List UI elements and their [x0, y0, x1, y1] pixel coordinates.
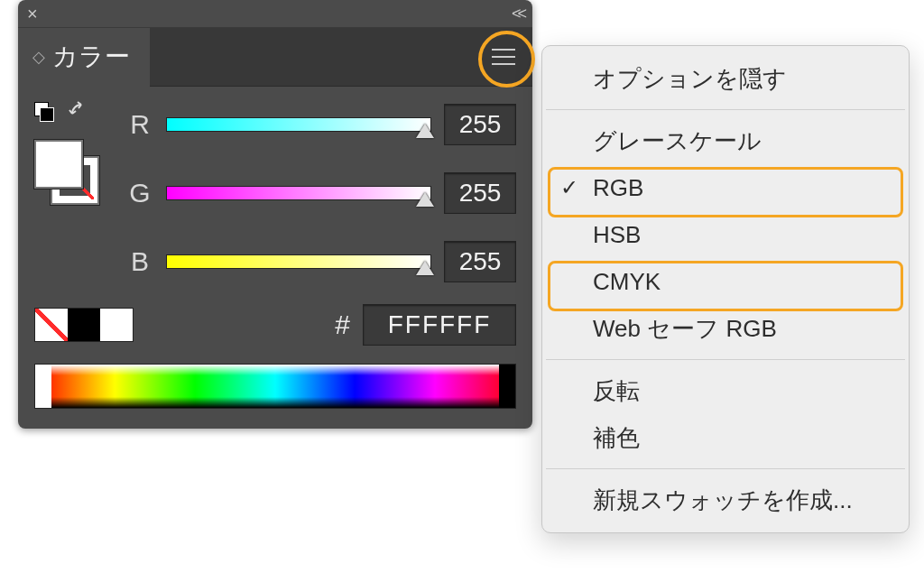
rgb-sliders: R 255 G 255 B: [126, 98, 516, 282]
menu-label: 反転: [593, 375, 640, 407]
swatch-white[interactable]: [100, 309, 133, 341]
menu-label: CMYK: [593, 268, 661, 296]
slider-value-g[interactable]: 255: [444, 172, 516, 214]
menu-hsb[interactable]: HSB: [542, 211, 909, 258]
slider-label-b: B: [126, 246, 153, 277]
tab-label: カラー: [52, 40, 130, 74]
slider-value-r[interactable]: 255: [444, 104, 516, 145]
slider-value-b[interactable]: 255: [444, 241, 516, 282]
slider-thumb-b[interactable]: [416, 261, 434, 275]
panel-topbar: × <<: [18, 0, 532, 28]
default-fill-stroke-icon[interactable]: [34, 102, 54, 122]
menu-label: HSB: [593, 221, 641, 249]
menu-label: RGB: [593, 174, 643, 202]
swatch-trio: [34, 308, 134, 342]
slider-row-g: G 255: [126, 172, 516, 214]
menu-complement[interactable]: 補色: [542, 414, 909, 461]
hex-hash-label: #: [335, 309, 350, 340]
slider-track-b[interactable]: [166, 254, 431, 269]
close-icon[interactable]: ×: [27, 5, 38, 23]
menu-label: 新規スウォッチを作成...: [593, 485, 853, 516]
menu-rgb[interactable]: ✓ RGB: [542, 164, 909, 211]
menu-separator: [546, 468, 905, 469]
panel-tabbar: ◇ カラー: [18, 28, 532, 86]
slider-thumb-r[interactable]: [416, 124, 434, 138]
tab-drag-icon: ◇: [32, 47, 45, 67]
slider-thumb-g[interactable]: [416, 192, 434, 207]
collapse-icon[interactable]: <<: [512, 5, 523, 23]
menu-label: オプションを隠す: [593, 63, 787, 95]
check-icon: ✓: [560, 175, 578, 200]
color-panel: × << ◇ カラー: [18, 0, 532, 429]
menu-label: 補色: [593, 422, 640, 454]
slider-row-b: B 255: [126, 241, 516, 282]
slider-label-g: G: [126, 178, 153, 208]
menu-hide-options[interactable]: オプションを隠す: [542, 55, 909, 102]
menu-grayscale[interactable]: グレースケール: [542, 117, 909, 164]
panel-options-menu: オプションを隠す グレースケール ✓ RGB HSB CMYK Web セーフ …: [541, 45, 910, 533]
panel-menu-button[interactable]: [485, 39, 522, 75]
slider-row-r: R 255: [126, 104, 516, 145]
menu-cmyk[interactable]: CMYK: [542, 258, 909, 305]
slider-track-g[interactable]: [166, 186, 431, 200]
left-tools: [34, 98, 116, 205]
menu-label: グレースケール: [593, 125, 762, 157]
tab-spacer: [150, 28, 532, 87]
color-spectrum[interactable]: [34, 364, 516, 409]
hex-row: # FFFFFF: [34, 304, 516, 346]
hex-input[interactable]: FFFFFF: [363, 304, 516, 346]
swatch-black[interactable]: [68, 309, 100, 341]
fill-stroke-swatch[interactable]: [34, 140, 99, 205]
panel-body: R 255 G 255 B: [18, 86, 532, 429]
menu-label: Web セーフ RGB: [593, 313, 777, 345]
menu-websafe[interactable]: Web セーフ RGB: [542, 305, 909, 352]
swap-fill-stroke-icon[interactable]: [69, 101, 90, 123]
menu-new-swatch[interactable]: 新規スウォッチを作成...: [542, 476, 909, 523]
tab-color[interactable]: ◇ カラー: [18, 28, 150, 86]
swatch-none[interactable]: [35, 309, 68, 341]
slider-track-r[interactable]: [166, 117, 431, 132]
slider-label-r: R: [126, 109, 153, 140]
menu-separator: [546, 359, 905, 360]
menu-separator: [546, 109, 905, 110]
menu-invert[interactable]: 反転: [542, 367, 909, 414]
